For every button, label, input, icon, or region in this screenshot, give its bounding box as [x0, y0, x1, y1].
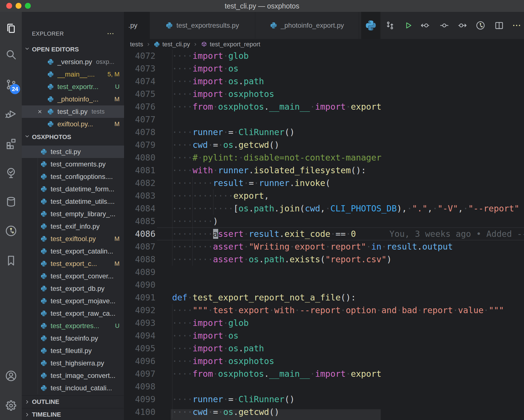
open-editors-section-header[interactable]: OPEN EDITORS	[22, 43, 124, 56]
code-line-4086[interactable]: 4086········assert·result.exit_code·==·0…	[124, 228, 524, 240]
run-file-icon[interactable]	[403, 20, 413, 31]
code-line-4077[interactable]: 4077	[124, 113, 524, 126]
breadcrumb-item-test_cli.py[interactable]: test_cli.py	[154, 41, 190, 48]
code-line-4098[interactable]: 4098	[124, 380, 524, 393]
python-logo-icon[interactable]	[361, 12, 380, 39]
more-actions-icon	[512, 20, 522, 31]
compare-changes-icon[interactable]	[385, 20, 395, 31]
previous-change-icon[interactable]	[420, 20, 430, 31]
tree-item-test_export_catalin...[interactable]: test_export_catalin...	[22, 245, 124, 257]
tree-item-test_export_conver...[interactable]: test_export_conver...	[22, 270, 124, 282]
code-line-4087[interactable]: 4087········assert·"Writing·export·repor…	[124, 240, 524, 253]
code-line-4092[interactable]: 4092····"""·test·export·with·--report·op…	[124, 304, 524, 317]
file-name: test_export_c...	[51, 260, 97, 268]
tree-item-test_comments.py[interactable]: test_comments.py	[22, 158, 124, 170]
activity-bar-item-account[interactable]	[0, 367, 22, 384]
tree-item-test_export_db.py[interactable]: test_export_db.py	[22, 282, 124, 295]
code-line-4072[interactable]: 4072····import·glob	[124, 49, 524, 62]
tree-item-test_cli.py[interactable]: test_cli.py	[22, 146, 124, 158]
close-icon[interactable]	[34, 105, 46, 118]
code-line-4075[interactable]: 4075····import·osxphotos	[124, 88, 524, 100]
code-editor[interactable]: 4072····import·glob4073····import·os4074…	[124, 49, 524, 420]
split-editor-icon[interactable]	[494, 20, 504, 31]
code-line-4083[interactable]: 4083············export,	[124, 189, 524, 202]
code-line-4073[interactable]: 4073····import·os	[124, 62, 524, 75]
code-line-4074[interactable]: 4074····import·os.path	[124, 75, 524, 88]
activity-bar-item-bookmarks[interactable]	[0, 252, 22, 269]
tree-item-test_export_raw_ca...[interactable]: test_export_raw_ca...	[22, 307, 124, 320]
more-actions-icon[interactable]	[512, 20, 522, 31]
open-editor-item[interactable]: test_exportr...U	[22, 81, 124, 93]
tree-item-test_image_convert...[interactable]: test_image_convert...	[22, 369, 124, 382]
code-line-4093[interactable]: 4093····import·glob	[124, 317, 524, 329]
activity-bar-item-search[interactable]	[0, 46, 22, 63]
code-line-4085[interactable]: 4085········)	[124, 215, 524, 228]
code-line-content: ····import·os	[172, 329, 239, 342]
code-line-4090[interactable]: 4090	[124, 278, 524, 291]
activity-bar-item-settings-gear[interactable]	[0, 397, 22, 414]
code-line-4082[interactable]: 4082········result·=·runner.invoke(	[124, 177, 524, 189]
folder-section-header[interactable]: OSXPHOTOS	[22, 131, 124, 143]
activity-bar-item-source-control[interactable]: 24	[0, 76, 22, 93]
open-editor-item[interactable]: _version.pyosxp...	[22, 56, 124, 68]
tree-item-test_export_c...[interactable]: test_export_c...M	[22, 257, 124, 270]
code-line-4080[interactable]: 4080····#·pylint:·disable=not-context-ma…	[124, 151, 524, 164]
open-editor-item[interactable]: exiftool.py...M	[22, 118, 124, 130]
git-status-badge: M	[114, 96, 120, 103]
sidebar-section-outline[interactable]: OUTLINE	[22, 395, 124, 408]
code-line-4079[interactable]: 4079····cwd·=·os.getcwd()	[124, 138, 524, 151]
line-number: 4086	[124, 228, 155, 240]
tree-item-test_datetime_form...[interactable]: test_datetime_form...	[22, 183, 124, 195]
open-editor-item[interactable]: test_cli.pytests	[22, 105, 124, 118]
breadcrumb-item-tests[interactable]: tests	[130, 41, 143, 48]
code-line-4081[interactable]: 4081····with·runner.isolated_filesystem(…	[124, 164, 524, 177]
code-line-4099[interactable]: 4099····runner·=·CliRunner()	[124, 393, 524, 406]
activity-bar-item-extensions[interactable]	[0, 135, 22, 152]
tree-item-test_configoptions....[interactable]: test_configoptions....	[22, 170, 124, 183]
activity-bar-item-database[interactable]	[0, 193, 22, 210]
code-line-4094[interactable]: 4094····import·os	[124, 329, 524, 342]
code-line-4096[interactable]: 4096····import·osxphotos	[124, 355, 524, 367]
file-name: exiftool.py...	[57, 120, 93, 128]
horizontal-scrollbar[interactable]	[171, 409, 381, 420]
code-line-4095[interactable]: 4095····import·os.path	[124, 342, 524, 355]
tree-item-test_fileutil.py[interactable]: test_fileutil.py	[22, 345, 124, 357]
line-number: 4073	[124, 62, 155, 75]
open-changes-icon[interactable]	[439, 20, 449, 31]
files-icon	[5, 22, 18, 35]
tree-item-test_highsierra.py[interactable]: test_highsierra.py	[22, 357, 124, 369]
editor-tab-test_exportresults.py[interactable]: test_exportresults.py	[150, 12, 255, 39]
tree-item-test_exiftool.py[interactable]: test_exiftool.pyM	[22, 233, 124, 245]
code-line-4084[interactable]: 4084············[os.path.join(cwd,·CLI_P…	[124, 202, 524, 215]
tree-item-test_datetime_utils....[interactable]: test_datetime_utils....	[22, 195, 124, 208]
chevron-down-icon	[24, 46, 30, 52]
activity-bar-item-files[interactable]	[0, 20, 22, 37]
sidebar-section-timeline[interactable]: TIMELINE	[22, 408, 124, 420]
breadcrumb-item-test_export_report[interactable]: test_export_report	[201, 41, 260, 48]
gitlens-icon[interactable]	[475, 20, 486, 31]
open-editor-item[interactable]: __main__....5, M	[22, 68, 124, 81]
tree-item-test_exportres...[interactable]: test_exportres...U	[22, 320, 124, 332]
tree-item-test_empty_library_...[interactable]: test_empty_library_...	[22, 208, 124, 220]
code-line-4097[interactable]: 4097····from·osxphotos.__main__·import·e…	[124, 367, 524, 380]
tree-item-test_export_mojave...[interactable]: test_export_mojave...	[22, 295, 124, 307]
tree-item-test_incloud_catali...[interactable]: test_incloud_catali...	[22, 382, 124, 394]
code-line-4088[interactable]: 4088········assert·os.path.exists("repor…	[124, 253, 524, 266]
python-file-icon	[40, 248, 47, 255]
next-change-icon[interactable]	[457, 20, 467, 31]
activity-bar-item-todo-tree[interactable]	[0, 164, 22, 181]
open-editor-item[interactable]: _photoinfo_...M	[22, 93, 124, 105]
editor-tab-_photoinfo_export.py[interactable]: _photoinfo_export.py	[255, 12, 359, 39]
activity-bar-item-gitlens[interactable]	[0, 222, 22, 239]
more-actions-icon[interactable]	[105, 29, 116, 39]
code-line-4078[interactable]: 4078····runner·=·CliRunner()	[124, 126, 524, 138]
tree-item-test_exif_info.py[interactable]: test_exif_info.py	[22, 220, 124, 233]
code-line-4091[interactable]: 4091def·test_export_report_not_a_file():	[124, 291, 524, 304]
file-name: __main__....	[57, 70, 95, 78]
activity-bar-item-run-debug[interactable]	[0, 105, 22, 122]
code-line-4076[interactable]: 4076····from·osxphotos.__main__·import·e…	[124, 100, 524, 113]
code-line-4089[interactable]: 4089	[124, 266, 524, 278]
editor-tab-.py[interactable]: .py	[124, 12, 150, 39]
tree-item-test_faceinfo.py[interactable]: test_faceinfo.py	[22, 332, 124, 345]
python-file-icon	[40, 372, 47, 379]
